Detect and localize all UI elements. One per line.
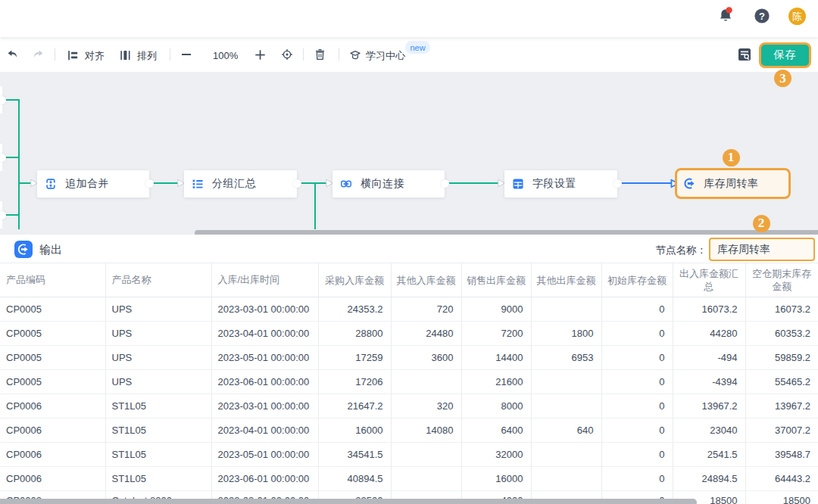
svg-text:?: ?	[759, 10, 765, 21]
